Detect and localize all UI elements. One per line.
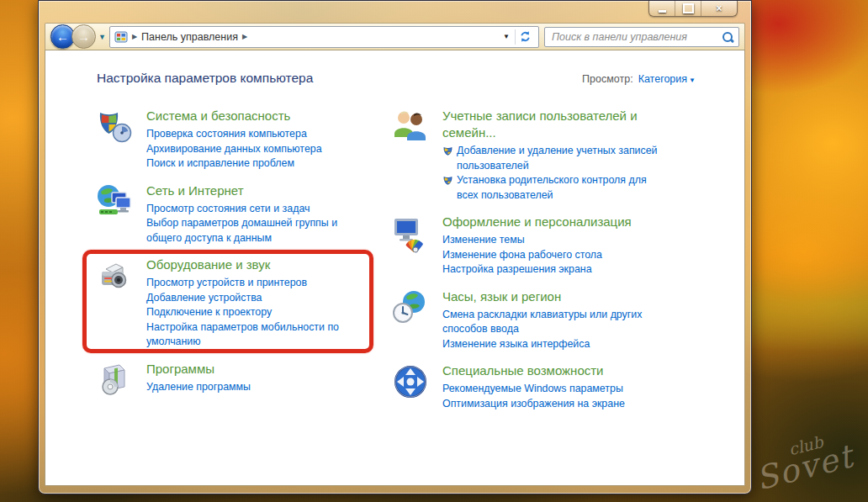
forward-arrow-icon: → [77,29,90,44]
link-view-devices-printers[interactable]: Просмотр устройств и принтеров [146,276,375,291]
breadcrumb-arrow-icon: ▶ [132,33,137,40]
view-label: Просмотр: [582,73,633,85]
minimize-button[interactable] [649,1,675,16]
network-internet-icon[interactable] [94,182,135,222]
link-adjust-screen-resolution[interactable]: Настройка разрешения экрана [442,262,632,277]
category-title-hardware-sound[interactable]: Оборудование и звук [146,256,375,273]
recent-pages-dropdown[interactable]: ▼ [98,33,106,41]
category-appearance: Оформление и персонализация Изменение те… [390,212,680,277]
search-icon[interactable] [722,31,733,43]
category-title-programs[interactable]: Программы [146,361,251,378]
category-title-ease-of-access[interactable]: Специальные возможности [442,362,625,379]
back-arrow-icon: ← [56,29,69,44]
navigation-toolbar: ← → ▼ ▶ Панель управления ▶ ▼ [45,23,745,50]
search-box[interactable] [544,27,739,47]
category-title-system-security[interactable]: Система и безопасность [146,108,322,124]
link-connect-projector[interactable]: Подключение к проектору [146,305,375,320]
programs-icon[interactable] [94,360,135,400]
category-title-network-internet[interactable]: Сеть и Интернет [146,182,375,199]
view-control: Просмотр: Категория▼ [582,73,696,85]
link-backup-computer[interactable]: Архивирование данных компьютера [146,142,322,157]
link-label: Добавление и удаление учетных записей по… [457,144,665,173]
category-ease-of-access: Специальные возможности Рекомендуемые Wi… [390,361,680,411]
control-panel-icon [114,30,128,44]
window-titlebar[interactable]: × [39,1,751,23]
uac-shield-icon [442,175,453,191]
watermark-sovet-text: Sovet [753,440,857,494]
link-parental-controls[interactable]: Установка родительского контроля для все… [442,173,665,203]
forward-button[interactable]: → [71,24,96,49]
control-panel-window: × ← → ▼ ▶ Панель управления ▶ ▼ [38,0,752,494]
desktop-background: { "titlebar": { "minimize_glyph": "–", "… [0,0,868,502]
link-view-network-status[interactable]: Просмотр состояния сети и задач [146,202,375,217]
category-column-left: Система и безопасность Проверка состояни… [94,106,378,410]
link-mobility-settings[interactable]: Настройка параметров мобильности по умол… [146,320,375,350]
category-system-security: Система и безопасность Проверка состояни… [94,106,378,172]
caption-button-group: × [648,1,738,17]
close-icon: × [716,3,722,14]
link-find-fix-problems[interactable]: Поиск и исправление проблем [146,156,322,172]
link-change-theme[interactable]: Изменение темы [442,233,632,248]
search-input[interactable] [550,30,722,44]
address-history-dropdown[interactable]: ▼ [503,33,510,40]
view-by-dropdown[interactable]: Категория▼ [638,73,696,85]
link-add-remove-accounts[interactable]: Добавление и удаление учетных записей по… [442,144,665,173]
address-bar[interactable]: ▶ Панель управления ▶ ▼ [109,26,539,48]
link-recommended-settings[interactable]: Рекомендуемые Windows параметры [442,382,625,397]
breadcrumb-arrow-icon[interactable]: ▶ [242,33,247,40]
category-title-user-accounts[interactable]: Учетные записи пользователей и семейн... [442,108,654,141]
uac-shield-icon [442,145,453,161]
maximize-icon [683,3,694,13]
category-clock-language-region: Часы, язык и регион Смена раскладки клав… [390,287,680,352]
link-add-device[interactable]: Добавление устройства [146,291,375,306]
appearance-icon[interactable] [390,213,431,253]
link-check-computer-status[interactable]: Проверка состояния компьютера [146,127,322,142]
maximize-button[interactable] [675,1,701,16]
category-title-clock-language-region[interactable]: Часы, язык и регион [442,288,654,305]
category-title-appearance[interactable]: Оформление и персонализация [442,214,632,230]
watermark: club Sovet [749,427,856,494]
link-change-keyboard-layout[interactable]: Смена раскладки клавиатуры или других сп… [442,308,665,337]
minimize-icon [659,10,666,13]
link-change-display-language[interactable]: Изменение языка интерфейса [442,337,665,352]
breadcrumb[interactable]: Панель управления [141,31,238,43]
clock-language-region-icon[interactable] [390,288,431,328]
close-button[interactable]: × [701,1,737,16]
category-hardware-sound: Оборудование и звук Просмотр устройств и… [94,255,378,350]
control-panel-content: Настройка параметров компьютера Просмотр… [45,50,745,486]
category-network-internet: Сеть и Интернет Просмотр состояния сети … [94,181,378,246]
system-security-icon[interactable] [94,107,135,147]
link-homegroup-sharing[interactable]: Выбор параметров домашней группы и общег… [146,216,375,246]
user-accounts-icon[interactable] [390,107,431,147]
refresh-icon [519,30,532,43]
category-user-accounts: Учетные записи пользователей и семейн... [390,106,680,203]
ease-of-access-icon[interactable] [390,362,431,402]
link-label: Установка родительского контроля для все… [457,173,665,203]
link-change-desktop-background[interactable]: Изменение фона рабочего стола [442,248,632,263]
category-programs: Программы Удаление программы [94,359,378,400]
page-title: Настройка параметров компьютера [97,71,313,86]
chevron-down-icon: ▼ [689,77,696,84]
refresh-button[interactable] [516,29,534,45]
link-optimize-visual-display[interactable]: Оптимизация изображения на экране [442,397,625,412]
category-column-right: Учетные записи пользователей и семейн... [390,106,680,420]
hardware-sound-icon[interactable] [94,256,135,296]
link-uninstall-program[interactable]: Удаление программы [146,380,251,395]
